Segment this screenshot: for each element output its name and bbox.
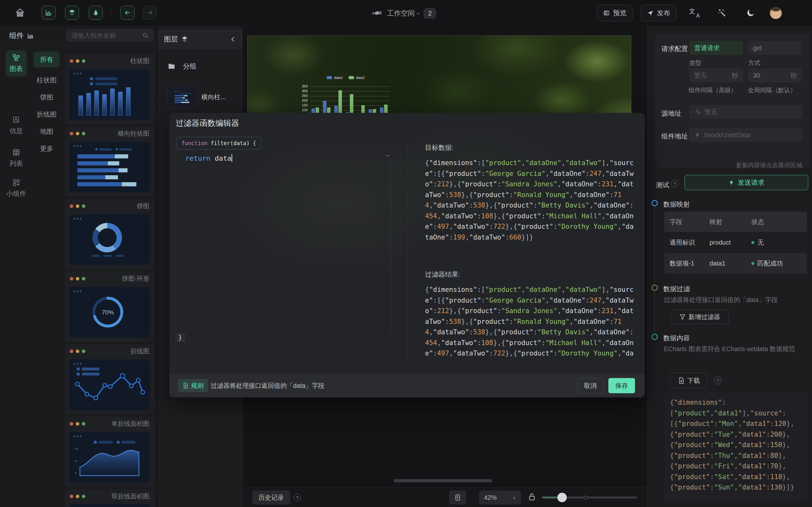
card-header: 饼图 (65, 199, 154, 213)
magic-wand-icon[interactable] (717, 8, 727, 18)
rule-badge: 规则 (178, 379, 208, 392)
card-header: 双折线面积图 (65, 489, 154, 503)
preview-button[interactable]: 预览 (597, 5, 633, 21)
add-filter-button[interactable]: 新增过滤器 (670, 310, 729, 324)
download-button[interactable]: 下载 (670, 373, 708, 389)
col-map: 映射 (710, 218, 751, 226)
history-button[interactable]: 历史记录 (252, 491, 290, 504)
status-text: 匹配成功 (757, 259, 783, 268)
help-icon[interactable]: ? (293, 494, 301, 501)
card-header: 折线图 (65, 344, 154, 358)
app-root: 工作空间 - 2 预览 发布 文 A 组件 (0, 0, 812, 507)
avatar[interactable] (770, 7, 782, 19)
download-label: 下载 (687, 377, 700, 385)
filter-tab-label: 饼图 (40, 93, 53, 102)
component-addr-input[interactable]: /mock/chartData (689, 128, 802, 142)
zoom-slider-thumb[interactable] (557, 493, 567, 502)
zoom-select[interactable]: 42% ∨ (479, 491, 521, 504)
zoom-slider[interactable] (542, 497, 637, 498)
sidebar-item-list[interactable]: 列表 (6, 145, 27, 171)
request-config-label: 请求配置 (661, 44, 688, 53)
window-dots-icon (70, 59, 85, 63)
help-icon[interactable]: ? (714, 377, 722, 384)
theme-tool-button[interactable] (89, 6, 103, 20)
filter-tab-more[interactable]: 更多 (34, 141, 60, 157)
chart-tool-button[interactable] (42, 6, 55, 20)
test-label: 测试 (656, 181, 669, 189)
filter-tab-bar[interactable]: 柱状图 (34, 72, 60, 88)
filter-tab-all[interactable]: 所有 (34, 52, 60, 67)
chevron-down-icon: ∨ (512, 495, 516, 501)
layer-group-label: 分组 (183, 62, 196, 71)
dark-mode-moon-icon[interactable] (746, 8, 756, 17)
language-icon[interactable]: 文 A (689, 8, 700, 18)
target-data-label: 目标数据: (425, 143, 454, 152)
card-label: 横向柱状图 (118, 129, 149, 138)
preview-label: 预览 (613, 9, 626, 17)
sidebar-item-widgets[interactable]: 小组件 (6, 175, 27, 201)
global-interval-value: 30 (753, 72, 760, 79)
data-content-json[interactable]: {"dimensions": ["product","data1"],"sour… (664, 392, 808, 502)
help-icon[interactable]: ? (671, 180, 678, 187)
card-header: 柱状图 (65, 54, 154, 68)
update-hint: 更新内容请点击展示区域 (736, 161, 802, 170)
workspace-badge: 2 (423, 8, 436, 19)
filter-tab-label: 折线图 (37, 110, 57, 119)
code-editor[interactable]: return data (185, 154, 232, 162)
unlock-icon[interactable] (528, 492, 536, 502)
rule-description: 过滤器将处理接口返回值的「data」字段 (211, 382, 324, 390)
mini-bar-chart-icon (27, 32, 34, 39)
request-method-input[interactable]: get (748, 41, 802, 55)
layer-item[interactable]: 横向柱... (167, 85, 234, 109)
global-interval-input[interactable]: 30秒 (748, 68, 802, 82)
undo-button[interactable] (120, 6, 135, 20)
save-label: 保存 (615, 382, 628, 390)
component-card-bar[interactable]: 柱状图 (65, 54, 154, 124)
funnel-icon (679, 314, 686, 320)
home-icon[interactable] (14, 7, 26, 18)
window-dots-icon (70, 132, 85, 135)
filter-tab-line[interactable]: 折线图 (34, 107, 60, 122)
settings-panel: 请求配置 普通请求 get 类型 方式 暂无秒 30秒 组件间隔（高级） 全局间… (647, 26, 812, 507)
layers-panel-header: 图层 (158, 30, 243, 49)
component-card-pie[interactable]: 饼图 (65, 199, 154, 269)
collapse-panel-icon[interactable] (230, 36, 236, 43)
component-card-area2[interactable]: 双折线面积图 (65, 489, 154, 507)
cancel-button[interactable]: 取消 (577, 378, 603, 393)
sidebar-item-info[interactable]: 信息 (6, 112, 27, 138)
card-thumbnail: 70% (69, 287, 150, 337)
browser-icon (603, 9, 610, 16)
preview-panel-button[interactable] (449, 491, 466, 504)
lightning-icon (694, 132, 701, 138)
request-type-input[interactable]: 普通请求 (689, 41, 743, 55)
filter-tab-pie[interactable]: 饼图 (34, 89, 60, 105)
table-icon (12, 148, 20, 157)
component-card-hbar[interactable]: 横向柱状图 (65, 126, 154, 197)
sidebar-item-charts[interactable]: 图表 (6, 50, 27, 76)
publish-button[interactable]: 发布 (641, 5, 676, 21)
modal-column-divider (407, 145, 408, 366)
card-label: 饼图 (137, 202, 149, 210)
component-card-area[interactable]: 单折线面积图 (65, 417, 154, 487)
card-header: 饼图-环形 (65, 272, 154, 285)
filter-tab-map[interactable]: 地图 (34, 124, 60, 139)
component-interval-input[interactable]: 暂无秒 (689, 68, 743, 82)
horizontal-scrollbar[interactable] (394, 479, 492, 482)
layer-group-item[interactable]: 分组 (167, 62, 196, 71)
request-method-value: get (753, 44, 762, 52)
layers-tool-button[interactable] (65, 6, 79, 20)
toolbar-divider (110, 8, 111, 18)
filter-tab-label: 更多 (40, 144, 53, 153)
workspace-title: 工作空间 - 2 (371, 0, 436, 26)
sidebar-item-label: 图表 (9, 64, 23, 73)
save-button[interactable]: 保存 (608, 378, 635, 393)
component-card-ring[interactable]: 饼图-环形 70% (65, 272, 154, 342)
component-card-line[interactable]: 折线图 (65, 344, 154, 414)
text-cursor (232, 154, 232, 162)
code-close-brace: } (175, 333, 185, 342)
window-dots-icon (70, 349, 85, 353)
source-addr-input[interactable]: 暂无 (689, 105, 802, 119)
redo-button[interactable] (143, 6, 157, 20)
send-request-button[interactable]: 发送请求 (684, 175, 808, 190)
search-input[interactable] (66, 29, 154, 42)
